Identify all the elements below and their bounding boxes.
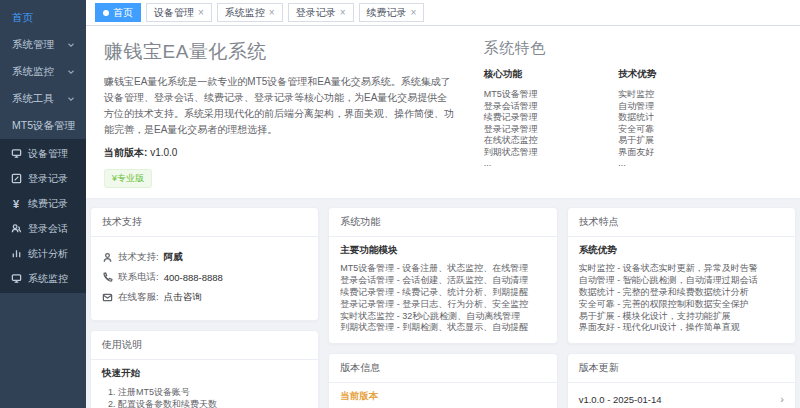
features-title: 系统特色 — [484, 39, 776, 58]
sidebar-item-label: 首页 — [12, 11, 33, 25]
chevron-up-icon — [75, 121, 76, 131]
feature-item: 到期状态管理 — [484, 147, 618, 159]
function-item: 到期状态管理 - 到期检测、状态显示、自动提醒 — [340, 322, 545, 334]
advantages-subtitle: 系统优势 — [579, 244, 784, 257]
page-title: 赚钱宝EA量化系统 — [104, 39, 457, 65]
sidebar-item-label: 设备管理 — [28, 147, 68, 161]
sidebar-item-label: 续费记录 — [28, 197, 68, 211]
tab-home[interactable]: 首页 — [95, 3, 141, 22]
card-title: 版本信息 — [329, 354, 556, 383]
column-right: 技术特点 系统优势 实时监控 - 设备状态实时更新，异常及时告警自动管理 - 智… — [567, 207, 796, 408]
function-item: MT5设备管理 - 设备注册、状态监控、在线管理 — [340, 263, 545, 275]
card-title: 版本更新 — [568, 354, 795, 383]
stats-icon — [10, 248, 22, 260]
feature-item: 实时监控 — [618, 89, 752, 101]
sidebar-item-system-management[interactable]: 系统管理 — [0, 31, 86, 58]
phone-label: 联系电话: — [118, 271, 159, 284]
card-title: 系统功能 — [329, 208, 556, 237]
tab-login-records[interactable]: 登录记录 × — [288, 3, 354, 22]
sidebar-submenu: 设备管理 登录记录 ¥ 续费记录 登录会话 统计分析 系统监控 — [0, 139, 86, 293]
feature-item: ... — [484, 158, 618, 170]
version-label: 当前版本: — [104, 147, 147, 158]
sidebar-item-device-management[interactable]: 设备管理 — [0, 141, 86, 166]
step-item: 注册MT5设备账号 — [118, 386, 307, 398]
function-item: 登录记录管理 - 登录日志、行为分析、安全监控 — [340, 299, 545, 311]
feature-item: 自动管理 — [618, 101, 752, 113]
version-info-card: 版本信息 当前版本 版本号: v1.0.0发布日期: 2025-01-14系统类… — [328, 353, 557, 408]
sidebar-item-mt5-device-management[interactable]: MT5设备管理 — [0, 112, 86, 139]
sidebar-item-home[interactable]: 首页 — [0, 4, 86, 31]
phone-icon — [102, 272, 113, 283]
renewal-icon: ¥ — [10, 198, 22, 210]
online-service-label: 在线客服: — [118, 291, 159, 304]
sidebar-item-label: 统计分析 — [28, 247, 68, 261]
system-functions-card: 系统功能 主要功能模块 MT5设备管理 - 设备注册、状态监控、在线管理登录会话… — [328, 207, 557, 344]
column-middle: 系统功能 主要功能模块 MT5设备管理 - 设备注册、状态监控、在线管理登录会话… — [328, 207, 557, 408]
tab-label: 设备管理 — [154, 6, 194, 20]
chevron-right-icon: › — [780, 393, 784, 405]
sidebar-item-system-monitor-sub[interactable]: 系统监控 — [0, 266, 86, 291]
feature-item: 续费记录管理 — [484, 112, 618, 124]
user-icon — [102, 252, 113, 263]
feature-item: ... — [618, 158, 752, 170]
cards-grid: 技术支持 技术支持: 阿威 联系电话: 400-888-8888 — [86, 207, 800, 408]
feature-item: 登录会话管理 — [484, 101, 618, 113]
chevron-down-icon — [66, 67, 76, 77]
tab-label: 续费记录 — [367, 6, 407, 20]
sidebar-item-statistics[interactable]: 统计分析 — [0, 241, 86, 266]
tab-label: 登录记录 — [296, 6, 336, 20]
advantage-item: 界面友好 - 现代化UI设计，操作简单直观 — [579, 322, 784, 334]
update-item-label: v1.0.0 - 2025-01-14 — [579, 394, 662, 405]
close-icon[interactable]: × — [411, 8, 417, 18]
function-item: 登录会话管理 - 会话创建、活跃监控、自动清理 — [340, 275, 545, 287]
tech-advantages-list: 实时监控自动管理数据统计安全可靠易于扩展界面友好... — [618, 89, 752, 170]
hero-panel: 赚钱宝EA量化系统 赚钱宝EA量化系统是一款专业的MT5设备管理和EA量化交易系… — [86, 26, 800, 199]
sidebar-item-label: MT5设备管理 — [12, 119, 75, 133]
device-icon — [10, 148, 22, 160]
online-service-link[interactable]: 点击咨询 — [164, 291, 202, 304]
close-icon[interactable]: × — [269, 8, 275, 18]
login-record-icon — [10, 173, 22, 185]
quick-start-steps: 注册MT5设备账号配置设备参数和续费天数启动设备登录和心跳检测查看登录记录和会话… — [118, 386, 307, 408]
close-icon[interactable]: × — [340, 8, 346, 18]
sidebar-item-login-sessions[interactable]: 登录会话 — [0, 216, 86, 241]
update-collapse-item[interactable]: v1.0.0 - 2025-01-14 › — [568, 383, 795, 408]
tab-system-monitor[interactable]: 系统监控 × — [217, 3, 283, 22]
pro-badge: ¥专业版 — [104, 169, 152, 188]
core-features-title: 核心功能 — [484, 68, 618, 81]
step-item: 配置设备参数和续费天数 — [118, 398, 307, 408]
feature-item: MT5设备管理 — [484, 89, 618, 101]
tab-label: 系统监控 — [225, 6, 265, 20]
sidebar-item-system-tools[interactable]: 系统工具 — [0, 85, 86, 112]
quick-start-title: 快速开始 — [102, 367, 307, 380]
current-version-row: 当前版本: v1.0.0 — [104, 146, 457, 160]
advantage-item: 数据统计 - 完整的登录和续费数据统计分析 — [579, 287, 784, 299]
tab-bar: 首页 设备管理 × 系统监控 × 登录记录 × 续费记录 × — [86, 0, 800, 26]
card-title: 使用说明 — [91, 331, 318, 360]
advantage-item: 实时监控 - 设备状态实时更新，异常及时告警 — [579, 263, 784, 275]
session-icon — [10, 223, 22, 235]
advantage-item: 易于扩展 - 模块化设计，支持功能扩展 — [579, 311, 784, 323]
feature-item: 登录记录管理 — [484, 124, 618, 136]
functions-list: MT5设备管理 - 设备注册、状态监控、在线管理登录会话管理 - 会话创建、活跃… — [340, 263, 545, 334]
sidebar-item-renewal-records[interactable]: ¥ 续费记录 — [0, 191, 86, 216]
sidebar-item-login-records[interactable]: 登录记录 — [0, 166, 86, 191]
core-features-list: MT5设备管理登录会话管理续费记录管理登录记录管理在线状态监控到期状态管理... — [484, 89, 618, 170]
close-icon[interactable]: × — [198, 8, 204, 18]
support-label: 技术支持: — [118, 251, 159, 264]
card-title: 技术支持 — [91, 208, 318, 237]
features-section: 系统特色 核心功能 MT5设备管理登录会话管理续费记录管理登录记录管理在线状态监… — [484, 39, 782, 188]
tab-renewal-records[interactable]: 续费记录 × — [359, 3, 425, 22]
advantage-item: 自动管理 - 智能心跳检测，自动清理过期会话 — [579, 275, 784, 287]
page-scroll-area[interactable]: 赚钱宝EA量化系统 赚钱宝EA量化系统是一款专业的MT5设备管理和EA量化交易系… — [86, 26, 800, 408]
chevron-down-icon — [66, 40, 76, 50]
main-area: 首页 设备管理 × 系统监控 × 登录记录 × 续费记录 × — [86, 0, 800, 408]
tab-device-management[interactable]: 设备管理 × — [146, 3, 212, 22]
tab-label: 首页 — [113, 6, 133, 20]
feature-item: 界面友好 — [618, 147, 752, 159]
advantage-item: 安全可靠 - 完善的权限控制和数据安全保护 — [579, 299, 784, 311]
version-update-card: 版本更新 v1.0.0 - 2025-01-14 › — [567, 353, 796, 408]
online-service-row: 在线客服: 点击咨询 — [102, 291, 307, 304]
sidebar-item-system-monitor[interactable]: 系统监控 — [0, 58, 86, 85]
mail-icon — [102, 292, 113, 303]
